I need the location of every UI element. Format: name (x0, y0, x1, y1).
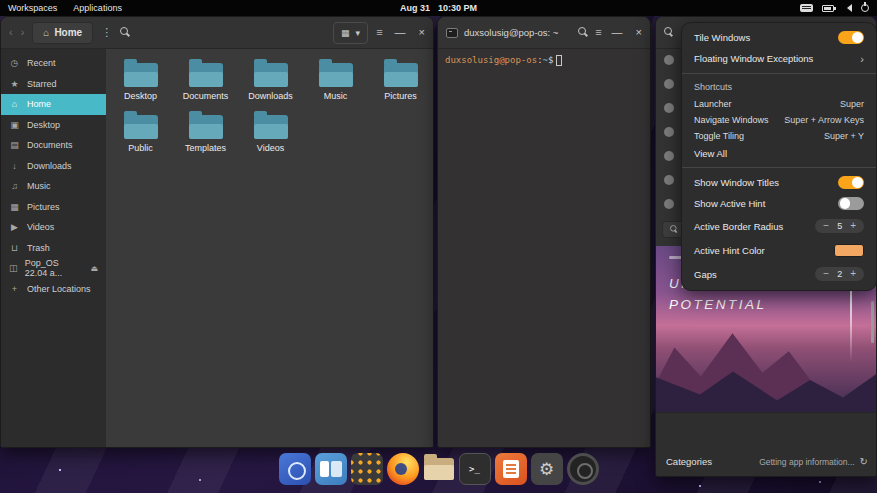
hint-color-swatch[interactable] (834, 244, 864, 257)
keyboard-layout-icon[interactable] (800, 4, 813, 12)
folder-videos[interactable]: Videos (238, 111, 303, 153)
terminal-title: duxsolusig@pop-os: ~ (464, 27, 572, 38)
plus-icon[interactable]: + (850, 269, 856, 279)
dock-camera-lens-icon[interactable] (567, 453, 599, 485)
sidebar-item-music[interactable]: ♫Music (1, 176, 106, 197)
menu-item-active-hint-color[interactable]: Active Hint Color (682, 238, 876, 262)
view-toggle-button[interactable]: ▦ ▾ (333, 22, 368, 44)
scrollbar-thumb[interactable] (871, 301, 874, 343)
app-list-icon[interactable] (664, 103, 674, 113)
sidebar-label: Recent (27, 58, 56, 68)
folder-templates[interactable]: Templates (173, 111, 238, 153)
folder-public[interactable]: Public (108, 111, 173, 153)
gaps-stepper[interactable]: − 2 + (815, 267, 864, 281)
files-titlebar[interactable]: ‹ › ⌂ Home ⋮ ▦ ▾ ≡ — × (1, 17, 433, 49)
app-list-icon[interactable] (664, 127, 674, 137)
sidebar-item-trash[interactable]: ⊔Trash (1, 238, 106, 259)
sidebar-item-recent[interactable]: ◷Recent (1, 53, 106, 74)
sidebar-item-starred[interactable]: ★Starred (1, 74, 106, 95)
top-panel: Workspaces Applications Aug 31 10:30 PM (0, 0, 877, 16)
hamburger-menu-icon[interactable]: ≡ (376, 27, 382, 38)
folder-label: Videos (238, 143, 303, 153)
app-list-icon[interactable] (664, 199, 674, 209)
search-icon[interactable] (120, 27, 131, 38)
sidebar-item-home[interactable]: ⌂Home (1, 94, 106, 115)
menu-item-view-all[interactable]: View All (682, 144, 876, 163)
forward-icon[interactable]: › (21, 27, 25, 38)
volume-icon[interactable] (843, 4, 852, 12)
minus-icon[interactable]: − (823, 269, 829, 279)
dock-settings-icon[interactable]: ⚙ (531, 453, 563, 485)
close-button[interactable]: × (419, 27, 425, 38)
eject-icon[interactable]: ⏏ (90, 264, 98, 273)
close-button[interactable]: × (636, 27, 642, 38)
sidebar-item-pictures[interactable]: ▦Pictures (1, 197, 106, 218)
terminal-cursor (556, 55, 562, 66)
path-menu-icon[interactable]: ⋮ (101, 27, 112, 38)
folder-music[interactable]: Music (303, 59, 368, 101)
battery-icon[interactable] (822, 5, 834, 12)
menu-item-launcher: Launcher Super (682, 96, 876, 112)
back-icon[interactable]: ‹ (9, 27, 13, 38)
terminal-titlebar[interactable]: duxsolusig@pop-os: ~ ≡ — × (438, 17, 650, 49)
plus-icon: + (9, 284, 20, 294)
menu-item-show-window-titles[interactable]: Show Window Titles (682, 172, 876, 193)
chevron-down-icon: ▾ (356, 28, 361, 38)
shortcut-label: Launcher (694, 99, 832, 109)
menu-item-tile-windows[interactable]: Tile Windows (682, 27, 876, 48)
search-icon[interactable] (578, 27, 589, 38)
app-list-icon[interactable] (664, 175, 674, 185)
dock-app-grid-icon[interactable] (351, 453, 383, 485)
music-note-icon: ♫ (9, 181, 20, 191)
dock-files-icon[interactable] (423, 453, 455, 485)
app-list-icon[interactable] (664, 151, 674, 161)
hamburger-menu-icon[interactable]: ≡ (595, 27, 601, 38)
sidebar-item-desktop[interactable]: ▣Desktop (1, 115, 106, 136)
border-radius-stepper[interactable]: − 5 + (815, 219, 864, 233)
sidebar-item-downloads[interactable]: ↓Downloads (1, 156, 106, 177)
sidebar-item-documents[interactable]: ▤Documents (1, 135, 106, 156)
folder-pictures[interactable]: Pictures (368, 59, 433, 101)
search-icon[interactable] (664, 27, 675, 38)
files-content: Desktop Documents Downloads Music Pictur… (106, 49, 433, 447)
clock[interactable]: Aug 31 10:30 PM (400, 3, 477, 13)
dock-firefox-icon[interactable] (387, 453, 419, 485)
sidebar-item-videos[interactable]: ▶Videos (1, 217, 106, 238)
minus-icon[interactable]: − (823, 221, 829, 231)
sidebar-label: Trash (27, 243, 50, 253)
tiling-menu: Tile Windows Floating Window Exceptions … (681, 22, 877, 291)
show-active-hint-toggle[interactable] (838, 197, 864, 210)
sidebar-label: Home (27, 99, 51, 109)
terminal-content[interactable]: duxsolusig@pop-os:~$ (438, 49, 650, 447)
download-icon: ↓ (9, 161, 20, 171)
sidebar-item-other-locations[interactable]: +Other Locations (1, 279, 106, 300)
app-list-icon[interactable] (664, 79, 674, 89)
workspaces-button[interactable]: Workspaces (8, 3, 57, 13)
menu-item-floating-exceptions[interactable]: Floating Window Exceptions › (682, 48, 876, 69)
minimize-button[interactable]: — (612, 27, 623, 38)
terminal-tab-icon (446, 28, 458, 38)
folder-downloads[interactable]: Downloads (238, 59, 303, 101)
applications-button[interactable]: Applications (73, 3, 122, 13)
menu-item-toggle-tiling: Toggle Tiling Super + Y (682, 128, 876, 144)
app-list-icon[interactable] (664, 55, 674, 65)
dock-window-tiler-icon[interactable] (315, 453, 347, 485)
folder-documents[interactable]: Documents (173, 59, 238, 101)
sidebar-item-popos-volume[interactable]: ◫Pop_OS 22.04 a...⏏ (1, 258, 106, 279)
breadcrumb[interactable]: ⌂ Home (32, 22, 93, 44)
dock-document-viewer-icon[interactable] (495, 453, 527, 485)
dock-terminal-icon[interactable]: >_ (459, 453, 491, 485)
folder-desktop[interactable]: Desktop (108, 59, 173, 101)
dock-screenshot-tool-icon[interactable] (279, 453, 311, 485)
menu-item-show-active-hint[interactable]: Show Active Hint (682, 193, 876, 214)
menu-item-label: Show Window Titles (694, 177, 830, 188)
picture-icon: ▦ (9, 202, 20, 212)
folder-icon (384, 63, 418, 87)
minimize-button[interactable]: — (395, 27, 406, 38)
power-icon[interactable] (861, 4, 869, 12)
plus-icon[interactable]: + (850, 221, 856, 231)
folder-label: Desktop (108, 91, 173, 101)
folder-label: Templates (173, 143, 238, 153)
show-window-titles-toggle[interactable] (838, 176, 864, 189)
tile-windows-toggle[interactable] (838, 31, 864, 44)
